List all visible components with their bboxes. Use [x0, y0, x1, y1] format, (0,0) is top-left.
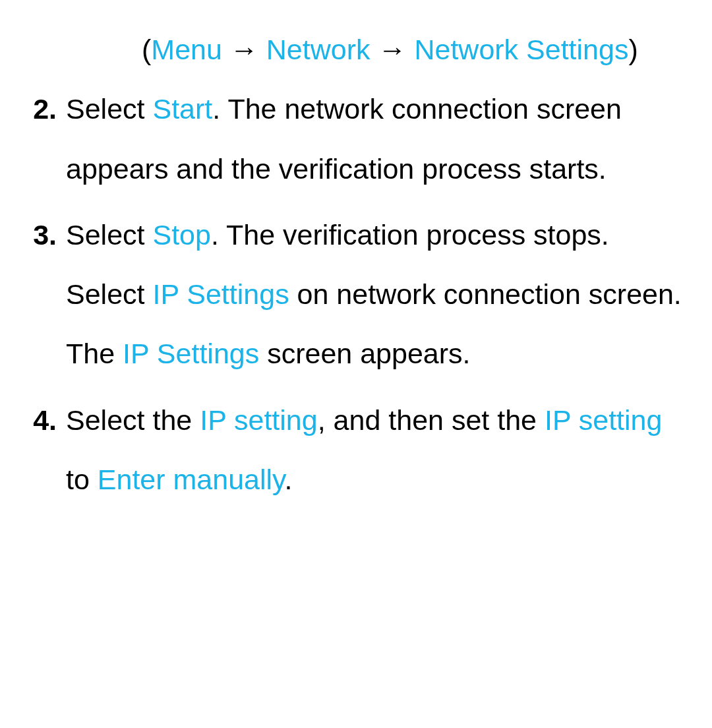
step-3-content: Select Stop. The verification process st… [66, 205, 686, 384]
keyword-ip-setting: IP setting [200, 404, 318, 436]
keyword-ip-settings: IP Settings [152, 278, 289, 310]
arrow-icon: → [222, 34, 266, 65]
list-number-4: 4. [26, 390, 66, 510]
step-4-content: Select the IP setting, and then set the … [66, 390, 686, 510]
paren-close: ) [628, 34, 638, 65]
list-item: 4. Select the IP setting, and then set t… [26, 390, 686, 510]
list-item: 2. Select Start. The network connection … [26, 79, 686, 198]
text: , and then set the [318, 404, 545, 436]
keyword-enter-manually: Enter manually [98, 464, 285, 495]
text: Select [66, 219, 152, 251]
breadcrumb-network: Network [266, 34, 371, 65]
keyword-ip-setting: IP setting [545, 404, 663, 436]
paren-open: ( [142, 34, 151, 65]
keyword-stop: Stop [152, 219, 210, 251]
keyword-ip-settings: IP Settings [123, 338, 259, 369]
text: to [66, 464, 98, 495]
text: screen appears. [259, 338, 470, 369]
list-number-2: 2. [26, 79, 66, 198]
breadcrumb-menu: Menu [151, 34, 222, 65]
keyword-start: Start [152, 93, 212, 125]
list-number-3: 3. [26, 205, 66, 384]
text: Select the [66, 404, 200, 436]
breadcrumb: (Menu → Network → Network Settings) [26, 20, 686, 79]
text: . [284, 464, 292, 495]
step-2-content: Select Start. The network connection scr… [66, 79, 686, 198]
arrow-icon: → [371, 34, 415, 65]
text: Select [66, 93, 152, 125]
list-item: 3. Select Stop. The verification process… [26, 205, 686, 384]
breadcrumb-network-settings: Network Settings [414, 34, 628, 65]
